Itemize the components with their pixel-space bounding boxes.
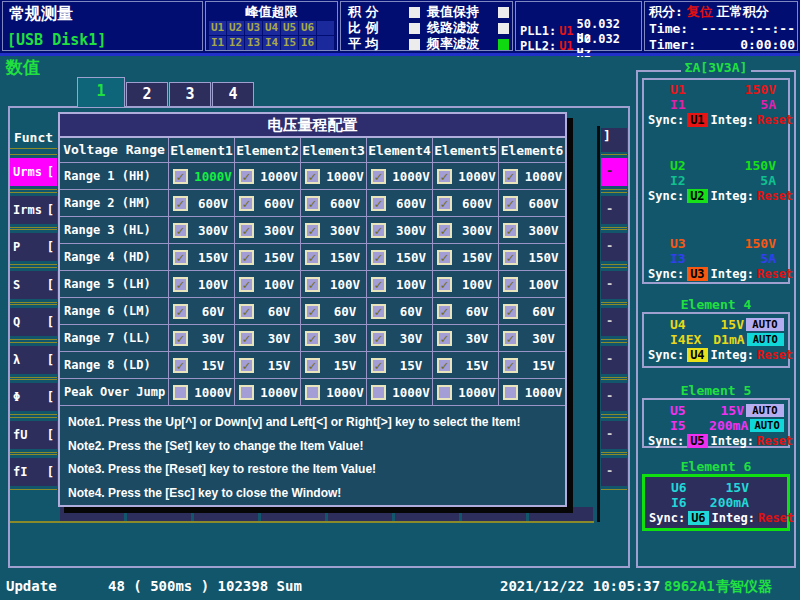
range-checkbox[interactable]: ✓ [437,169,452,184]
range-checkbox[interactable]: ✓ [437,277,452,292]
range-cell[interactable]: ✓1000V [169,163,235,189]
range-checkbox[interactable] [239,385,254,400]
range-checkbox[interactable]: ✓ [503,169,518,184]
range-checkbox[interactable]: ✓ [239,223,254,238]
function-row-s[interactable]: S[ [10,271,57,299]
range-cell[interactable]: 1000V [367,379,433,405]
range-cell[interactable]: ✓30V [235,325,301,351]
range-cell[interactable]: ✓60V [499,298,565,324]
range-cell[interactable]: ✓60V [367,298,433,324]
range-checkbox[interactable]: ✓ [173,250,188,265]
range-checkbox[interactable]: ✓ [239,277,254,292]
function-row-fi[interactable]: fI[ [10,458,57,486]
range-cell[interactable]: 1000V [235,379,301,405]
range-cell[interactable]: ✓60V [235,298,301,324]
range-cell[interactable]: ✓600V [499,190,565,216]
range-cell[interactable]: ✓300V [301,217,367,243]
range-cell[interactable]: ✓150V [433,244,499,270]
range-checkbox[interactable]: ✓ [305,304,320,319]
tab-4[interactable]: 4 [212,82,254,107]
range-cell[interactable]: ✓1000V [499,163,565,189]
range-cell[interactable]: ✓150V [367,244,433,270]
range-checkbox[interactable]: ✓ [437,304,452,319]
range-cell[interactable]: ✓100V [169,271,235,297]
range-cell[interactable]: ✓100V [499,271,565,297]
range-cell[interactable]: ✓100V [433,271,499,297]
range-checkbox[interactable]: ✓ [305,277,320,292]
range-checkbox[interactable] [173,385,188,400]
range-cell[interactable]: ✓30V [169,325,235,351]
range-checkbox[interactable] [503,385,518,400]
range-cell[interactable]: ✓300V [433,217,499,243]
range-checkbox[interactable]: ✓ [503,358,518,373]
range-checkbox[interactable]: ✓ [503,250,518,265]
range-cell[interactable]: ✓300V [367,217,433,243]
range-cell[interactable]: ✓15V [235,352,301,378]
range-cell[interactable]: ✓150V [235,244,301,270]
range-cell[interactable]: ✓300V [169,217,235,243]
range-cell[interactable]: 1000V [499,379,565,405]
function-row-q[interactable]: Q[ [10,308,57,336]
range-checkbox[interactable]: ✓ [173,277,188,292]
tab-1[interactable]: 1 [77,77,125,107]
range-checkbox[interactable]: ✓ [371,250,386,265]
range-checkbox[interactable]: ✓ [305,331,320,346]
range-cell[interactable]: ✓150V [499,244,565,270]
range-checkbox[interactable]: ✓ [503,277,518,292]
range-checkbox[interactable] [437,385,452,400]
range-cell[interactable]: ✓100V [367,271,433,297]
range-cell[interactable]: ✓60V [301,298,367,324]
range-cell[interactable]: ✓15V [367,352,433,378]
range-checkbox[interactable]: ✓ [371,277,386,292]
function-row-fu[interactable]: fU[ [10,421,57,449]
range-cell[interactable]: ✓30V [499,325,565,351]
tab-3[interactable]: 3 [169,82,211,107]
range-checkbox[interactable]: ✓ [371,331,386,346]
function-row-irms[interactable]: Irms[ [10,196,57,224]
range-checkbox[interactable]: ✓ [371,304,386,319]
range-checkbox[interactable]: ✓ [503,223,518,238]
range-checkbox[interactable]: ✓ [173,169,188,184]
range-cell[interactable]: ✓300V [235,217,301,243]
range-cell[interactable]: ✓1000V [301,163,367,189]
range-cell[interactable]: ✓1000V [367,163,433,189]
range-cell[interactable]: ✓30V [367,325,433,351]
range-checkbox[interactable]: ✓ [437,358,452,373]
range-checkbox[interactable]: ✓ [305,169,320,184]
function-row-λ[interactable]: λ[ [10,346,57,374]
range-checkbox[interactable] [305,385,320,400]
function-row-φ[interactable]: Φ[ [10,383,57,411]
range-checkbox[interactable]: ✓ [239,196,254,211]
range-checkbox[interactable]: ✓ [239,304,254,319]
range-checkbox[interactable]: ✓ [305,250,320,265]
range-checkbox[interactable]: ✓ [173,358,188,373]
range-cell[interactable]: ✓600V [433,190,499,216]
range-cell[interactable]: ✓30V [433,325,499,351]
range-checkbox[interactable]: ✓ [173,304,188,319]
range-checkbox[interactable]: ✓ [371,223,386,238]
range-checkbox[interactable]: ✓ [503,196,518,211]
range-cell[interactable]: ✓100V [301,271,367,297]
range-checkbox[interactable]: ✓ [437,196,452,211]
range-checkbox[interactable]: ✓ [173,223,188,238]
range-checkbox[interactable]: ✓ [437,331,452,346]
range-checkbox[interactable]: ✓ [371,358,386,373]
range-checkbox[interactable] [371,385,386,400]
range-checkbox[interactable]: ✓ [371,169,386,184]
range-cell[interactable]: ✓30V [301,325,367,351]
range-checkbox[interactable]: ✓ [305,358,320,373]
range-checkbox[interactable]: ✓ [503,331,518,346]
range-cell[interactable]: ✓1000V [433,163,499,189]
range-cell[interactable]: ✓60V [433,298,499,324]
range-cell[interactable]: ✓15V [433,352,499,378]
range-checkbox[interactable]: ✓ [371,196,386,211]
function-row-p[interactable]: P[ [10,233,57,261]
range-cell[interactable]: 1000V [169,379,235,405]
range-cell[interactable]: 1000V [433,379,499,405]
function-row-urms[interactable]: Urms[ [10,158,57,186]
range-checkbox[interactable]: ✓ [305,223,320,238]
range-checkbox[interactable]: ✓ [239,358,254,373]
range-cell[interactable]: ✓1000V [235,163,301,189]
range-checkbox[interactable]: ✓ [503,304,518,319]
range-checkbox[interactable]: ✓ [437,223,452,238]
